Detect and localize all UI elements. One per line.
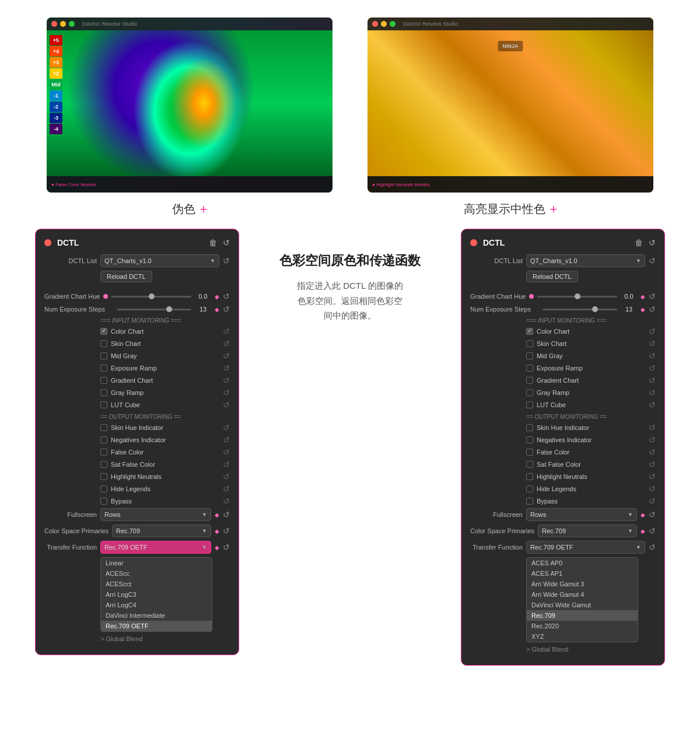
checkbox-gradient-chart[interactable]	[526, 377, 533, 384]
checkbox-reset[interactable]: ↺	[649, 484, 656, 494]
checkbox-reset[interactable]: ↺	[223, 363, 230, 373]
checkbox-reset[interactable]: ↺	[649, 496, 656, 506]
rgradient-hue-reset[interactable]: ↺	[649, 292, 656, 301]
rcs-primaries-dropdown[interactable]: Rec.709 ▼	[538, 524, 637, 537]
rfullscreen-dropdown[interactable]: Rows ▼	[526, 508, 637, 521]
checkbox-skin-hue-indicator[interactable]	[100, 424, 107, 431]
checkbox-reset[interactable]: ↺	[649, 435, 656, 445]
checkbox-reset[interactable]: ↺	[223, 376, 230, 385]
delete-icon[interactable]: 🗑	[209, 238, 217, 247]
checkbox-negatives-indicator[interactable]	[526, 436, 533, 443]
dctl-list-reset[interactable]: ↺	[223, 256, 230, 265]
fullscreen-reset[interactable]: ↺	[223, 510, 230, 519]
gradient-hue-reset[interactable]: ↺	[223, 292, 230, 301]
checkbox-color-chart[interactable]	[526, 328, 533, 335]
checkbox-reset[interactable]: ↺	[223, 351, 230, 361]
checkbox-sat-false-color[interactable]	[100, 461, 107, 468]
checkbox-sat-false-color[interactable]	[526, 461, 533, 468]
transfer-diamond[interactable]: ◆	[215, 544, 219, 551]
dctl-list-dropdown[interactable]: QT_Charts_v1.0 ▼	[100, 254, 219, 267]
rdctl-list-reset[interactable]: ↺	[649, 256, 656, 265]
dropdown-item-arri-wide-gamut-4[interactable]: Arri Wide Gamut 4	[527, 589, 638, 600]
checkbox-exposure-ramp[interactable]	[100, 365, 107, 372]
rdot-green[interactable]	[390, 21, 396, 27]
checkbox-reset[interactable]: ↺	[649, 351, 656, 361]
checkbox-gray-ramp[interactable]	[100, 389, 107, 396]
checkbox-negatives-indicator[interactable]	[100, 436, 107, 443]
checkbox-highlight-neutrals[interactable]	[100, 473, 107, 480]
rdot-yellow[interactable]	[381, 21, 387, 27]
checkbox-reset[interactable]: ↺	[649, 376, 656, 385]
rtransfer-dropdown[interactable]: Rec.709 OETF ▼	[526, 541, 645, 554]
checkbox-lut-cube[interactable]	[526, 401, 533, 408]
dropdown-item-rec.709-oetf[interactable]: Rec.709 OETF	[101, 621, 212, 631]
rreset-icon[interactable]: ↺	[649, 238, 656, 247]
checkbox-reset[interactable]: ↺	[223, 423, 230, 432]
checkbox-reset[interactable]: ↺	[649, 339, 656, 348]
checkbox-false-color[interactable]	[100, 449, 107, 456]
global-blend-label[interactable]: > Global Blend	[100, 635, 142, 642]
rnum-exposure-diamond[interactable]: ◆	[640, 306, 645, 313]
checkbox-reset[interactable]: ↺	[649, 423, 656, 432]
checkbox-reset[interactable]: ↺	[649, 460, 656, 469]
dropdown-item-arri-logc4[interactable]: Arri LogC4	[101, 600, 212, 610]
dropdown-item-davinci-intermediate[interactable]: DaVinci Intermediate	[101, 610, 212, 621]
rcs-primaries-diamond[interactable]: ◆	[640, 528, 645, 534]
cs-primaries-reset[interactable]: ↺	[223, 526, 230, 536]
checkbox-reset[interactable]: ↺	[223, 400, 230, 410]
rtransfer-reset[interactable]: ↺	[649, 543, 656, 552]
rnum-exposure-slider[interactable]	[542, 309, 617, 310]
rdelete-icon[interactable]: 🗑	[635, 238, 643, 247]
checkbox-bypass[interactable]	[100, 498, 107, 505]
dot-green[interactable]	[69, 21, 75, 27]
checkbox-false-color[interactable]	[526, 449, 533, 456]
num-exposure-reset[interactable]: ↺	[223, 305, 230, 314]
rdctl-list-dropdown[interactable]: QT_Charts_v1.0 ▼	[526, 254, 645, 267]
cs-primaries-dropdown[interactable]: Rec.709 ▼	[112, 524, 211, 537]
rgradient-hue-diamond[interactable]: ◆	[640, 293, 645, 300]
checkbox-reset[interactable]: ↺	[649, 388, 656, 397]
checkbox-lut-cube[interactable]	[100, 401, 107, 408]
checkbox-gradient-chart[interactable]	[100, 377, 107, 384]
checkbox-reset[interactable]: ↺	[223, 327, 230, 336]
checkbox-reset[interactable]: ↺	[223, 460, 230, 469]
checkbox-reset[interactable]: ↺	[649, 447, 656, 457]
dropdown-item-acescct[interactable]: ACEScct	[101, 579, 212, 589]
checkbox-mid-gray[interactable]	[526, 352, 533, 359]
dropdown-item-arri-wide-gamut-3[interactable]: Arri Wide Gamut 3	[527, 579, 638, 589]
checkbox-reset[interactable]: ↺	[649, 400, 656, 410]
rglobal-blend-label[interactable]: > Global Blend	[526, 646, 568, 653]
rreload-dctl-button[interactable]: Reload DCTL	[526, 271, 578, 282]
checkbox-reset[interactable]: ↺	[223, 388, 230, 397]
num-exposure-diamond[interactable]: ◆	[215, 306, 219, 313]
rnum-exposure-reset[interactable]: ↺	[649, 305, 656, 314]
fullscreen-diamond[interactable]: ◆	[215, 512, 219, 518]
checkbox-reset[interactable]: ↺	[649, 327, 656, 336]
checkbox-highlight-neutrals[interactable]	[526, 473, 533, 480]
checkbox-mid-gray[interactable]	[100, 352, 107, 359]
checkbox-reset[interactable]: ↺	[223, 435, 230, 445]
dropdown-item-acescc[interactable]: ACEScc	[101, 568, 212, 579]
checkbox-hide-legends[interactable]	[100, 485, 107, 492]
dropdown-item-linear[interactable]: Linear	[101, 558, 212, 568]
checkbox-reset[interactable]: ↺	[223, 339, 230, 348]
fullscreen-dropdown[interactable]: Rows ▼	[100, 508, 211, 521]
reload-dctl-button[interactable]: Reload DCTL	[100, 271, 152, 282]
checkbox-hide-legends[interactable]	[526, 485, 533, 492]
dropdown-item-rec.709[interactable]: Rec.709	[527, 610, 638, 621]
rdot-red[interactable]	[372, 21, 378, 27]
checkbox-skin-chart[interactable]	[100, 340, 107, 347]
dropdown-item-davinci-wide-gamut[interactable]: DaVinci Wide Gamut	[527, 600, 638, 610]
rgradient-hue-slider[interactable]	[537, 296, 617, 298]
num-exposure-slider[interactable]	[117, 309, 191, 310]
checkbox-reset[interactable]: ↺	[223, 447, 230, 457]
checkbox-skin-hue-indicator[interactable]	[526, 424, 533, 431]
checkbox-color-chart[interactable]	[100, 328, 107, 335]
checkbox-reset[interactable]: ↺	[649, 472, 656, 481]
dot-yellow[interactable]	[60, 21, 66, 27]
checkbox-reset[interactable]: ↺	[223, 484, 230, 494]
dropdown-item-aces-ap0[interactable]: ACES AP0	[527, 558, 638, 568]
dot-red[interactable]	[51, 21, 57, 27]
checkbox-reset[interactable]: ↺	[649, 363, 656, 373]
cs-primaries-diamond[interactable]: ◆	[215, 528, 219, 534]
